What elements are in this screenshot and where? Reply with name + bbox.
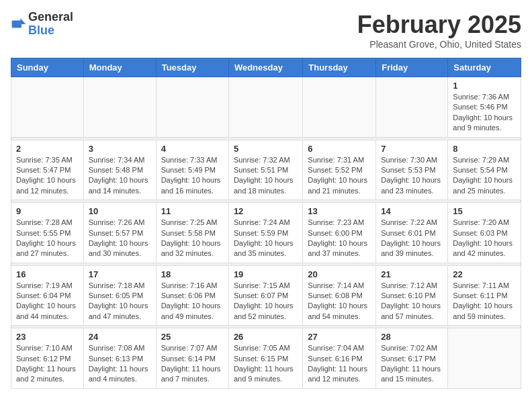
calendar-week-row: 1Sunrise: 7:36 AM Sunset: 5:46 PM Daylig… <box>11 77 521 138</box>
day-number: 12 <box>234 206 298 216</box>
calendar-day: 28Sunrise: 7:02 AM Sunset: 6:17 PM Dayli… <box>376 328 448 389</box>
day-info: Sunrise: 7:25 AM Sunset: 5:58 PM Dayligh… <box>161 218 224 259</box>
day-info: Sunrise: 7:24 AM Sunset: 5:59 PM Dayligh… <box>234 218 298 259</box>
calendar-header-saturday: Saturday <box>448 58 521 77</box>
day-number: 25 <box>161 332 224 342</box>
day-info: Sunrise: 7:31 AM Sunset: 5:52 PM Dayligh… <box>308 155 371 197</box>
day-info: Sunrise: 7:04 AM Sunset: 6:16 PM Dayligh… <box>308 343 371 385</box>
calendar-header-wednesday: Wednesday <box>228 58 302 77</box>
calendar-header-sunday: Sunday <box>11 58 84 77</box>
page-header: General Blue February 2025 Pleasant Grov… <box>11 11 521 50</box>
logo: General Blue <box>11 11 73 38</box>
calendar-day: 16Sunrise: 7:19 AM Sunset: 6:04 PM Dayli… <box>11 265 84 326</box>
day-info: Sunrise: 7:28 AM Sunset: 5:55 PM Dayligh… <box>16 218 79 259</box>
calendar-week-row: 23Sunrise: 7:10 AM Sunset: 6:12 PM Dayli… <box>11 328 521 389</box>
day-info: Sunrise: 7:18 AM Sunset: 6:05 PM Dayligh… <box>89 281 151 322</box>
logo-icon <box>11 16 27 32</box>
day-number: 21 <box>381 269 443 279</box>
day-number: 1 <box>453 81 516 91</box>
day-number: 2 <box>16 144 79 154</box>
calendar-day <box>156 77 228 138</box>
calendar-day: 14Sunrise: 7:22 AM Sunset: 6:01 PM Dayli… <box>376 203 448 263</box>
calendar-day: 13Sunrise: 7:23 AM Sunset: 6:00 PM Dayli… <box>303 203 376 263</box>
day-info: Sunrise: 7:05 AM Sunset: 6:15 PM Dayligh… <box>234 343 298 385</box>
day-number: 4 <box>161 144 224 154</box>
day-info: Sunrise: 7:32 AM Sunset: 5:51 PM Dayligh… <box>234 155 298 197</box>
calendar-day: 1Sunrise: 7:36 AM Sunset: 5:46 PM Daylig… <box>448 77 521 138</box>
calendar-header-tuesday: Tuesday <box>156 58 228 77</box>
logo-general-text: General <box>28 11 73 24</box>
calendar-day <box>376 77 448 138</box>
calendar-day: 9Sunrise: 7:28 AM Sunset: 5:55 PM Daylig… <box>11 203 84 263</box>
day-info: Sunrise: 7:23 AM Sunset: 6:00 PM Dayligh… <box>308 218 371 259</box>
calendar-day: 24Sunrise: 7:08 AM Sunset: 6:13 PM Dayli… <box>83 328 156 389</box>
calendar-day: 8Sunrise: 7:29 AM Sunset: 5:54 PM Daylig… <box>448 140 521 200</box>
calendar-day: 15Sunrise: 7:20 AM Sunset: 6:03 PM Dayli… <box>448 203 521 263</box>
calendar-header-thursday: Thursday <box>303 58 376 77</box>
calendar-day <box>228 77 302 138</box>
day-number: 10 <box>89 206 151 216</box>
day-info: Sunrise: 7:22 AM Sunset: 6:01 PM Dayligh… <box>381 218 443 259</box>
day-number: 19 <box>234 269 298 279</box>
day-info: Sunrise: 7:12 AM Sunset: 6:10 PM Dayligh… <box>381 281 443 322</box>
day-info: Sunrise: 7:19 AM Sunset: 6:04 PM Dayligh… <box>16 281 79 322</box>
day-info: Sunrise: 7:16 AM Sunset: 6:06 PM Dayligh… <box>161 281 224 322</box>
calendar-header-friday: Friday <box>376 58 448 77</box>
calendar-table: SundayMondayTuesdayWednesdayThursdayFrid… <box>11 58 521 389</box>
calendar-week-row: 16Sunrise: 7:19 AM Sunset: 6:04 PM Dayli… <box>11 265 521 326</box>
day-number: 3 <box>89 144 151 154</box>
day-number: 18 <box>161 269 224 279</box>
day-info: Sunrise: 7:29 AM Sunset: 5:54 PM Dayligh… <box>453 155 516 197</box>
calendar-day: 22Sunrise: 7:11 AM Sunset: 6:11 PM Dayli… <box>448 265 521 326</box>
day-info: Sunrise: 7:14 AM Sunset: 6:08 PM Dayligh… <box>308 281 371 322</box>
day-number: 26 <box>234 332 298 342</box>
calendar-day: 18Sunrise: 7:16 AM Sunset: 6:06 PM Dayli… <box>156 265 228 326</box>
svg-marker-1 <box>20 18 26 24</box>
day-info: Sunrise: 7:10 AM Sunset: 6:12 PM Dayligh… <box>16 343 79 385</box>
calendar-header-monday: Monday <box>83 58 156 77</box>
calendar-header-row: SundayMondayTuesdayWednesdayThursdayFrid… <box>11 58 521 77</box>
calendar-week-row: 9Sunrise: 7:28 AM Sunset: 5:55 PM Daylig… <box>11 203 521 263</box>
calendar-day: 21Sunrise: 7:12 AM Sunset: 6:10 PM Dayli… <box>376 265 448 326</box>
month-title: February 2025 <box>357 11 521 39</box>
day-number: 6 <box>308 144 371 154</box>
calendar-day <box>303 77 376 138</box>
day-number: 8 <box>453 144 516 154</box>
day-number: 13 <box>308 206 371 216</box>
day-info: Sunrise: 7:07 AM Sunset: 6:14 PM Dayligh… <box>161 343 224 385</box>
calendar-day: 27Sunrise: 7:04 AM Sunset: 6:16 PM Dayli… <box>303 328 376 389</box>
title-section: February 2025 Pleasant Grove, Ohio, Unit… <box>357 11 521 50</box>
calendar-week-row: 2Sunrise: 7:35 AM Sunset: 5:47 PM Daylig… <box>11 140 521 200</box>
day-number: 23 <box>16 332 79 342</box>
day-number: 17 <box>89 269 151 279</box>
day-info: Sunrise: 7:20 AM Sunset: 6:03 PM Dayligh… <box>453 218 516 259</box>
logo-blue-text: Blue <box>28 24 73 38</box>
day-info: Sunrise: 7:02 AM Sunset: 6:17 PM Dayligh… <box>381 343 443 385</box>
location-text: Pleasant Grove, Ohio, United States <box>357 39 521 50</box>
calendar-day: 7Sunrise: 7:30 AM Sunset: 5:53 PM Daylig… <box>376 140 448 200</box>
calendar-day: 19Sunrise: 7:15 AM Sunset: 6:07 PM Dayli… <box>228 265 302 326</box>
day-info: Sunrise: 7:08 AM Sunset: 6:13 PM Dayligh… <box>89 343 151 385</box>
day-info: Sunrise: 7:15 AM Sunset: 6:07 PM Dayligh… <box>234 281 298 322</box>
calendar-day: 26Sunrise: 7:05 AM Sunset: 6:15 PM Dayli… <box>228 328 302 389</box>
day-info: Sunrise: 7:33 AM Sunset: 5:49 PM Dayligh… <box>161 155 224 197</box>
day-number: 22 <box>453 269 516 279</box>
day-number: 16 <box>16 269 79 279</box>
day-number: 24 <box>89 332 151 342</box>
calendar-day <box>448 328 521 389</box>
day-info: Sunrise: 7:35 AM Sunset: 5:47 PM Dayligh… <box>16 155 79 197</box>
day-number: 27 <box>308 332 371 342</box>
calendar-day: 10Sunrise: 7:26 AM Sunset: 5:57 PM Dayli… <box>83 203 156 263</box>
calendar-day: 20Sunrise: 7:14 AM Sunset: 6:08 PM Dayli… <box>303 265 376 326</box>
day-number: 20 <box>308 269 371 279</box>
day-number: 7 <box>381 144 443 154</box>
day-number: 28 <box>381 332 443 342</box>
day-number: 5 <box>234 144 298 154</box>
calendar-day: 3Sunrise: 7:34 AM Sunset: 5:48 PM Daylig… <box>83 140 156 200</box>
day-info: Sunrise: 7:36 AM Sunset: 5:46 PM Dayligh… <box>453 92 516 134</box>
calendar-day: 25Sunrise: 7:07 AM Sunset: 6:14 PM Dayli… <box>156 328 228 389</box>
calendar-day: 4Sunrise: 7:33 AM Sunset: 5:49 PM Daylig… <box>156 140 228 200</box>
calendar-day <box>83 77 156 138</box>
calendar-day: 23Sunrise: 7:10 AM Sunset: 6:12 PM Dayli… <box>11 328 84 389</box>
day-info: Sunrise: 7:11 AM Sunset: 6:11 PM Dayligh… <box>453 281 516 322</box>
